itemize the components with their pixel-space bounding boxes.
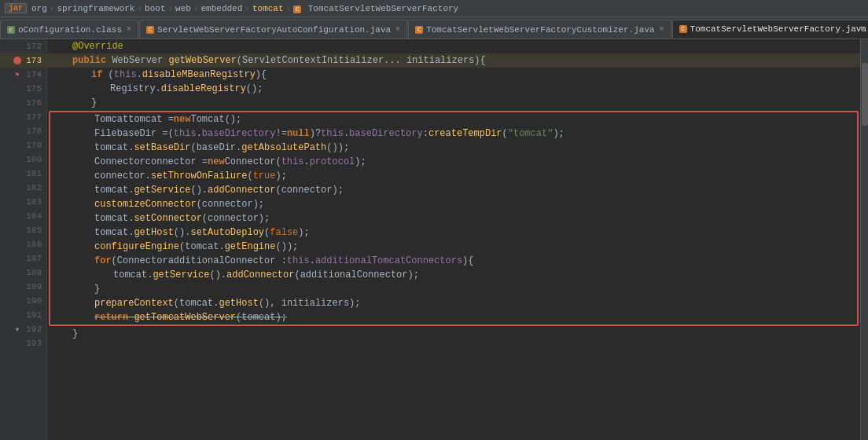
code-line-178: File baseDir = (this.baseDirectory != nu… xyxy=(50,126,857,141)
tab-oconfiguration-close[interactable]: × xyxy=(127,25,131,34)
scrollbar-thumb[interactable] xyxy=(862,63,868,126)
breadcrumb-factory-label: C TomcatServletWebServerFactory xyxy=(293,4,458,13)
gutter-line-188: 188 xyxy=(0,266,46,280)
code-line-181: connector.setThrowOnFailure(true); xyxy=(50,169,857,183)
code-line-175: Registry.disableRegistry(); xyxy=(47,82,860,96)
tab-oconfiguration[interactable]: c oConfiguration.class × xyxy=(0,20,138,38)
gutter-line-191: 191 xyxy=(0,308,46,322)
debugger-icon-174: ⚑ xyxy=(15,71,19,79)
breadcrumb-springframework[interactable]: springframework xyxy=(57,4,134,13)
breadcrumb-embedded[interactable]: embedded xyxy=(201,4,243,13)
code-line-191: return getTomcatWebServer(tomcat); xyxy=(50,310,857,324)
breadcrumb-org-label: org xyxy=(31,4,47,13)
gutter-line-193: 193 xyxy=(0,336,46,350)
line-num-172: 172 xyxy=(24,42,42,51)
tab-customizer-close[interactable]: × xyxy=(660,25,664,34)
breadcrumb-springframework-label: springframework xyxy=(57,4,134,13)
gutter-line-184: 184 xyxy=(0,209,46,223)
code-line-182: tomcat.getService().addConnector(connect… xyxy=(50,183,857,197)
breadcrumb-boot[interactable]: boot xyxy=(145,4,165,13)
breadcrumb-sep-5: › xyxy=(245,4,250,13)
gutter-line-179: 179 xyxy=(0,138,46,152)
tab-oconfiguration-label: oConfiguration.class xyxy=(18,25,122,35)
gutter-icon-174: ⚑ xyxy=(12,71,23,79)
editor-area: 172 173 ⚑ 174 175 176 177 178 179 180 18… xyxy=(0,39,868,440)
breadcrumb-sep-6: › xyxy=(286,4,292,13)
code-line-173: public WebServer getWebServer(ServletCon… xyxy=(47,53,860,68)
breadcrumb-sep-1: › xyxy=(50,4,55,13)
code-line-176: } xyxy=(47,96,860,110)
tab-customizer[interactable]: C TomcatServletWebServerFactoryCustomize… xyxy=(408,20,671,38)
tab-customizer-label: TomcatServletWebServerFactoryCustomizer.… xyxy=(426,25,654,35)
gutter-icon-192[interactable]: ▼ xyxy=(12,326,23,333)
code-line-192: } xyxy=(47,327,860,341)
gutter-line-182: 182 xyxy=(0,181,46,195)
gutter-line-177: 177 xyxy=(0,110,46,124)
code-line-172: @Override xyxy=(47,39,860,53)
line-number-gutter: 172 173 ⚑ 174 175 176 177 178 179 180 18… xyxy=(0,39,47,440)
breadcrumb-boot-label: boot xyxy=(145,4,165,13)
tab-java-icon-1: C xyxy=(146,26,154,34)
code-line-193 xyxy=(47,341,860,355)
gutter-line-176: 176 xyxy=(0,96,46,110)
gutter-line-190: 190 xyxy=(0,294,46,308)
tab-java-icon-2: C xyxy=(415,26,423,34)
breadcrumb-jar: jar xyxy=(5,3,27,13)
breadcrumb-factory[interactable]: C TomcatServletWebServerFactory xyxy=(293,4,458,13)
breadcrumb-org[interactable]: org xyxy=(31,4,47,13)
code-line-190: prepareContext(tomcat.getHost(), initial… xyxy=(50,296,857,310)
tab-class-icon: c xyxy=(7,26,15,34)
gutter-line-181: 181 xyxy=(0,167,46,181)
gutter-line-174: ⚑ 174 xyxy=(0,68,46,82)
code-line-189: } xyxy=(50,282,857,296)
red-border-region: Tomcat tomcat = new Tomcat(); File baseD… xyxy=(47,111,860,326)
gutter-icon-173[interactable] xyxy=(12,57,23,64)
gutter-line-175: 175 xyxy=(0,82,46,96)
gutter-line-189: 189 xyxy=(0,280,46,294)
breadcrumb-tomcat[interactable]: tomcat xyxy=(252,4,284,13)
gutter-line-173: 173 xyxy=(0,53,46,68)
vertical-scrollbar[interactable] xyxy=(860,39,868,440)
code-line-183: customizeConnector(connector); xyxy=(50,197,857,211)
tab-java-icon-3: C xyxy=(679,25,687,33)
tab-autoconfiguration[interactable]: C ServletWebServerFactoryAutoConfigurati… xyxy=(139,20,407,38)
code-line-177: Tomcat tomcat = new Tomcat(); xyxy=(50,112,857,126)
gutter-line-192: ▼ 192 xyxy=(0,322,46,336)
line-num-173: 173 xyxy=(24,56,42,65)
code-line-186: configureEngine(tomcat.getEngine()); xyxy=(50,240,857,254)
code-line-174: if (this.disableMBeanRegistry) { xyxy=(47,68,860,82)
code-editor[interactable]: @Override public WebServer getWebServer(… xyxy=(47,39,860,440)
gutter-line-180: 180 xyxy=(0,152,46,167)
line-num-174: 174 xyxy=(24,70,42,79)
red-border-box: Tomcat tomcat = new Tomcat(); File baseD… xyxy=(49,111,859,326)
code-line-179: tomcat.setBaseDir(baseDir.getAbsolutePat… xyxy=(50,141,857,155)
breadcrumb-embedded-label: embedded xyxy=(201,4,243,13)
gutter-line-172: 172 xyxy=(0,39,46,53)
breakpoint-dot-173[interactable] xyxy=(13,57,21,64)
tab-factory-label: TomcatServletWebServerFactory.java xyxy=(690,24,866,34)
fold-arrow-192[interactable]: ▼ xyxy=(16,326,20,333)
breadcrumb-web[interactable]: web xyxy=(175,4,191,13)
gutter-line-186: 186 xyxy=(0,237,46,251)
tab-autoconfiguration-label: ServletWebServerFactoryAutoConfiguration… xyxy=(157,25,391,35)
code-line-187: for (Connector additionalConnector : thi… xyxy=(50,254,857,268)
tab-scrollbar[interactable]: ▶ xyxy=(859,17,868,38)
breadcrumb-web-label: web xyxy=(175,4,191,13)
gutter-line-183: 183 xyxy=(0,195,46,209)
code-line-185: tomcat.getHost().setAutoDeploy(false); xyxy=(50,226,857,240)
gutter-line-178: 178 xyxy=(0,124,46,138)
breadcrumb-bar: jar org › springframework › boot › web ›… xyxy=(0,0,868,17)
code-line-184: tomcat.setConnector(connector); xyxy=(50,211,857,226)
gutter-line-185: 185 xyxy=(0,223,46,237)
gutter-line-187: 187 xyxy=(0,251,46,266)
tab-factory[interactable]: C TomcatServletWebServerFactory.java × xyxy=(672,20,868,38)
breadcrumb-sep-2: › xyxy=(137,4,142,13)
breadcrumb-tomcat-label: tomcat xyxy=(252,4,284,13)
code-line-180: Connector connector = new Connector(this… xyxy=(50,155,857,169)
tab-autoconfiguration-close[interactable]: × xyxy=(395,25,400,34)
tab-bar: c oConfiguration.class × C ServletWebSer… xyxy=(0,17,868,39)
breadcrumb-sep-3: › xyxy=(167,4,173,13)
breadcrumb-sep-4: › xyxy=(193,4,199,13)
code-line-188: tomcat.getService().addConnector(additio… xyxy=(50,268,857,282)
